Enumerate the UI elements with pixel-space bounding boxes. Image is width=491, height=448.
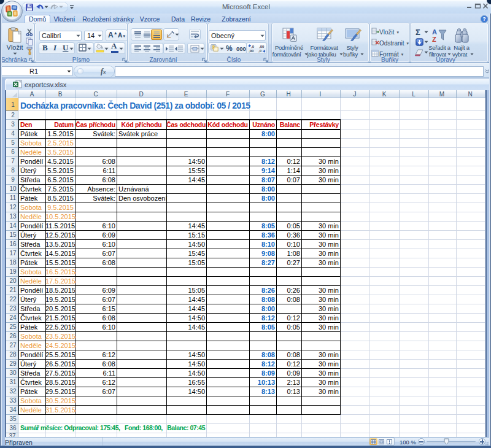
svg-text:?: ? (482, 16, 485, 22)
svg-text:,00: ,00 (259, 45, 265, 48)
svg-text:,00: ,00 (249, 49, 254, 53)
svg-text:A: A (432, 28, 437, 36)
svg-text:,0: ,0 (251, 45, 255, 48)
svg-text:,0: ,0 (258, 49, 262, 53)
svg-text:Z: Z (432, 36, 436, 43)
